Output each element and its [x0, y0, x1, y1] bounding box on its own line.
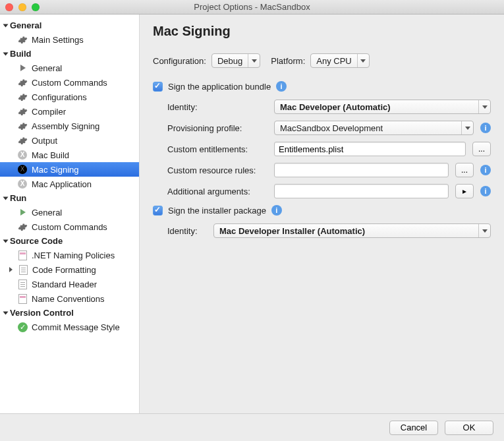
sidebar-item-commit-message-style[interactable]: ✓Commit Message Style — [0, 320, 139, 334]
platform-select[interactable]: Any CPU — [310, 53, 369, 68]
info-icon[interactable]: i — [480, 123, 491, 133]
sign-app-checkbox[interactable] — [153, 82, 163, 92]
resource-rules-browse-button[interactable]: ... — [455, 163, 474, 177]
additional-args-label: Additional arguments: — [167, 187, 267, 196]
sidebar-item-mac-signing[interactable]: XMac Signing — [0, 162, 139, 177]
sidebar-item-output[interactable]: Output — [0, 133, 139, 148]
provisioning-select[interactable]: MacSandbox Development — [274, 121, 474, 135]
sidebar-section-source-code[interactable]: Source Code — [0, 234, 139, 248]
resource-rules-label: Custom resource rules: — [167, 165, 267, 175]
gear-icon — [17, 135, 28, 146]
x-circle-icon: X — [17, 164, 28, 175]
sidebar-item-configurations[interactable]: Configurations — [0, 90, 139, 104]
gear-icon — [17, 106, 28, 117]
sidebar-item-compiler[interactable]: Compiler — [0, 104, 139, 119]
x-circle-icon: X — [17, 150, 28, 160]
sidebar-section-build[interactable]: Build — [0, 47, 139, 61]
info-icon[interactable]: i — [480, 165, 491, 175]
page-icon — [17, 279, 28, 289]
provisioning-label: Provisioning profile: — [167, 123, 267, 133]
identity-select[interactable]: Mac Developer (Automatic) — [274, 100, 491, 114]
sidebar-item-run-custom-commands[interactable]: Custom Commands — [0, 220, 139, 234]
chevron-down-icon — [248, 54, 260, 67]
main-panel: Mac Signing Configuration: Debug Platfor… — [140, 15, 504, 413]
play-icon — [17, 63, 28, 73]
gear-icon — [17, 77, 28, 88]
sidebar-item-run-general[interactable]: General — [0, 205, 139, 220]
info-icon[interactable]: i — [271, 205, 282, 216]
pkg-identity-select[interactable]: Mac Developer Installer (Automatic) — [213, 223, 491, 238]
info-icon[interactable]: i — [276, 81, 287, 92]
dialog-footer: Cancel OK — [0, 413, 504, 441]
x-circle-icon: X — [17, 179, 28, 189]
titlebar: Project Options - MacSandbox — [0, 0, 504, 15]
page-icon — [17, 250, 28, 260]
sidebar-item-custom-commands[interactable]: Custom Commands — [0, 75, 139, 90]
sidebar-section-run[interactable]: Run — [0, 191, 139, 205]
sidebar-item-build-general[interactable]: General — [0, 61, 139, 75]
sidebar-section-version-control[interactable]: Version Control — [0, 306, 139, 320]
additional-args-expand-button[interactable]: ▸ — [455, 184, 474, 198]
chevron-down-icon — [478, 100, 490, 113]
chevron-down-icon — [357, 54, 369, 67]
sign-app-label: Sign the application bundle — [168, 82, 271, 92]
cancel-button[interactable]: Cancel — [389, 421, 438, 435]
entitlements-browse-button[interactable]: ... — [472, 142, 491, 156]
entitlements-input[interactable] — [274, 142, 466, 156]
resource-rules-input[interactable] — [274, 163, 449, 177]
gear-icon — [17, 221, 28, 232]
sidebar-item-code-formatting[interactable]: Code Formatting — [0, 262, 139, 277]
sign-installer-checkbox[interactable] — [153, 206, 163, 216]
ok-button[interactable]: OK — [445, 421, 493, 435]
entitlements-label: Custom entitlements: — [167, 144, 267, 154]
sidebar-item-mac-application[interactable]: XMac Application — [0, 177, 139, 191]
identity-label: Identity: — [167, 102, 267, 112]
gear-icon — [17, 34, 28, 45]
gear-icon — [17, 92, 28, 102]
chevron-down-icon — [461, 121, 473, 134]
configuration-select[interactable]: Debug — [211, 53, 260, 68]
chevron-right-icon — [9, 267, 13, 272]
sidebar-item-mac-build[interactable]: XMac Build — [0, 148, 139, 162]
sidebar-item-main-settings[interactable]: Main Settings — [0, 32, 139, 47]
page-title: Mac Signing — [153, 24, 491, 39]
sidebar-item-standard-header[interactable]: Standard Header — [0, 277, 139, 291]
page-icon — [18, 264, 28, 275]
page-icon — [17, 293, 28, 304]
sidebar-item-assembly-signing[interactable]: Assembly Signing — [0, 119, 139, 133]
sidebar-item-name-conventions[interactable]: Name Conventions — [0, 291, 139, 306]
sidebar-section-general[interactable]: General — [0, 18, 139, 32]
sign-installer-label: Sign the installer package — [168, 206, 266, 216]
info-icon[interactable]: i — [480, 186, 491, 196]
pkg-identity-label: Identity: — [167, 226, 207, 236]
chevron-down-icon — [478, 224, 490, 237]
sidebar-item-net-naming[interactable]: .NET Naming Policies — [0, 248, 139, 262]
configuration-label: Configuration: — [153, 56, 206, 66]
gear-icon — [17, 121, 28, 131]
platform-label: Platform: — [271, 56, 305, 66]
check-circle-icon: ✓ — [17, 322, 28, 332]
additional-args-input[interactable] — [274, 184, 449, 198]
play-icon — [17, 207, 28, 218]
window-title: Project Options - MacSandbox — [0, 2, 504, 12]
sidebar: General Main Settings Build General Cust… — [0, 15, 140, 413]
